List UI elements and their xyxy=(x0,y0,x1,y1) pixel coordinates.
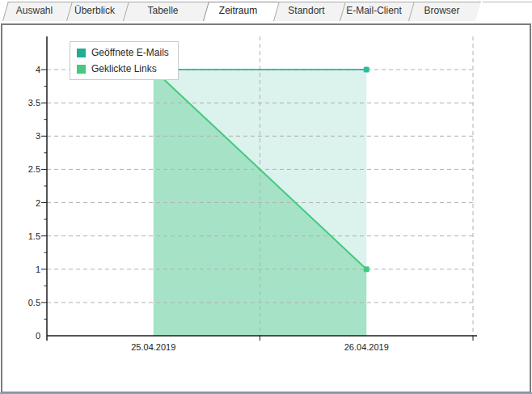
tab-tabelle[interactable]: Tabelle xyxy=(123,2,203,21)
tab-ueberblick[interactable]: Überblick xyxy=(66,2,123,21)
tab-bar-filler xyxy=(483,2,532,2)
tab-bar: Auswahl Überblick Tabelle Zeitraum Stand… xyxy=(2,2,532,21)
y-tick-label: 3.5 xyxy=(28,98,40,108)
legend-label-clicked-links: Geklickte Links xyxy=(91,63,157,74)
legend-swatch-clicked-links-icon xyxy=(77,65,86,74)
data-point-marker xyxy=(364,266,369,272)
tab-label: E-Mail-Client xyxy=(340,2,408,21)
tab-label: Auswahl xyxy=(2,2,66,21)
legend-label-open-emails: Geöffnete E-Mails xyxy=(91,47,169,58)
y-tick-label: 0 xyxy=(36,331,40,341)
y-tick-label: 0.5 xyxy=(28,298,40,307)
legend-item-open-emails: Geöffnete E-Mails xyxy=(77,47,169,58)
data-point-marker xyxy=(364,67,369,73)
tab-email-client[interactable]: E-Mail-Client xyxy=(340,2,408,21)
tab-label: Zeitraum xyxy=(203,2,273,21)
y-tick-label: 1 xyxy=(36,265,40,274)
tab-label: Standort xyxy=(273,2,340,21)
legend-swatch-open-emails-icon xyxy=(77,49,86,57)
y-tick-label: 2 xyxy=(36,198,40,208)
tab-browser[interactable]: Browser xyxy=(408,2,475,21)
x-tick-label: 26.04.2019 xyxy=(344,342,389,352)
y-tick-label: 3 xyxy=(36,131,40,141)
y-tick-label: 1.5 xyxy=(28,231,40,241)
x-tick-label: 25.04.2019 xyxy=(131,342,175,352)
y-tick-label: 2.5 xyxy=(28,164,40,174)
tab-standort[interactable]: Standort xyxy=(273,2,340,21)
chart-legend: Geöffnete E-Mails Geklickte Links xyxy=(70,41,179,80)
y-tick-label: 4 xyxy=(36,65,40,74)
tab-label: Überblick xyxy=(66,2,123,21)
tab-auswahl[interactable]: Auswahl xyxy=(2,2,66,21)
legend-item-clicked-links: Geklickte Links xyxy=(77,63,169,74)
tab-label: Browser xyxy=(408,2,475,21)
app-window: Auswahl Überblick Tabelle Zeitraum Stand… xyxy=(0,0,532,394)
tab-zeitraum[interactable]: Zeitraum xyxy=(203,2,273,21)
tab-label: Tabelle xyxy=(123,2,203,21)
